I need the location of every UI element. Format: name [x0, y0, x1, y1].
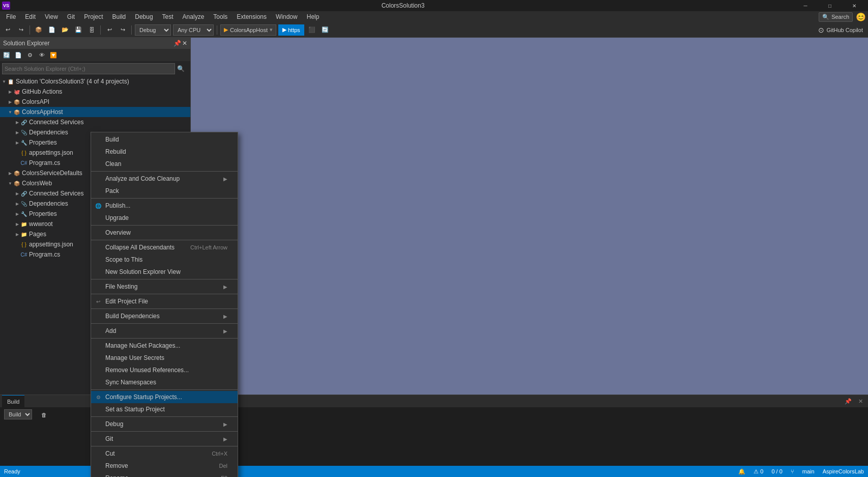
menu-window[interactable]: Window [272, 12, 302, 21]
ctx-new-se-view[interactable]: New Solution Explorer View [91, 266, 238, 278]
ctx-rename[interactable]: Rename F2 [91, 472, 238, 477]
new-file-button[interactable]: 📄 [46, 24, 57, 36]
redo-button[interactable]: ↪ [117, 24, 128, 36]
se-filter-button[interactable]: 🔽 [48, 49, 59, 61]
se-pin-icon[interactable]: 📌 [173, 40, 181, 47]
ctx-build-deps[interactable]: Build Dependencies ▶ [91, 310, 238, 322]
debug-config-dropdown[interactable]: Debug Release [135, 24, 171, 36]
props-icon: 🔧 [20, 139, 27, 146]
se-search-row: 🔍 [0, 61, 190, 76]
menu-build[interactable]: Build [108, 12, 130, 21]
menu-extensions[interactable]: Extensions [233, 12, 271, 21]
ctx-analyze[interactable]: Analyze and Code Cleanup ▶ [91, 173, 238, 185]
tree-item-solution[interactable]: ▼ 📋 Solution 'ColorsSolution3' (4 of 4 p… [0, 76, 190, 87]
se-sync-button[interactable]: 🔄 [1, 49, 12, 61]
ctx-remove-unused-refs[interactable]: Remove Unused References... [91, 364, 238, 376]
maximize-button[interactable]: □ [818, 0, 842, 11]
ctx-collapse-all[interactable]: Collapse All Descendants Ctrl+Left Arrow [91, 241, 238, 254]
ctx-label: Debug [105, 420, 123, 428]
menu-analyze[interactable]: Analyze [179, 12, 209, 21]
ctx-separator [91, 416, 238, 417]
tree-item-colors-api[interactable]: ▶ 📦 ColorsAPI [0, 97, 190, 107]
menu-help[interactable]: Help [303, 12, 324, 21]
ctx-label: New Solution Explorer View [105, 268, 181, 275]
se-close-icon[interactable]: ✕ [182, 40, 187, 47]
tree-label-colors-api: ColorsAPI [22, 98, 49, 105]
ctx-separator [91, 198, 238, 199]
bottom-panel-close-icon[interactable]: ✕ [855, 396, 866, 407]
forward-button[interactable]: ↪ [15, 24, 26, 36]
ctx-sync-namespaces[interactable]: Sync Namespaces [91, 376, 238, 388]
save-all-button[interactable]: 🗄 [86, 24, 97, 36]
ctx-separator [91, 171, 238, 172]
ctx-scope[interactable]: Scope to This [91, 254, 238, 266]
tree-item-colors-apphost[interactable]: ▼ 📦 ColorsAppHost [0, 107, 190, 117]
ctx-clean[interactable]: Clean [91, 158, 238, 170]
menu-project[interactable]: Project [80, 12, 107, 21]
ctx-pack[interactable]: Pack [91, 185, 238, 197]
ctx-separator [91, 446, 238, 446]
ctx-debug[interactable]: Debug ▶ [91, 418, 238, 430]
ctx-label: Set as Startup Project [105, 406, 165, 413]
open-file-button[interactable]: 📂 [60, 24, 71, 36]
ctx-label: Overview [105, 229, 131, 236]
deps-icon: 📎 [20, 129, 27, 136]
ctx-file-nesting[interactable]: File Nesting ▶ [91, 280, 238, 293]
solution-explorer-search[interactable] [2, 63, 175, 74]
undo-button[interactable]: ↩ [104, 24, 115, 36]
ctx-upgrade[interactable]: Upgrade [91, 212, 238, 224]
menu-tools[interactable]: Tools [209, 12, 232, 21]
se-new-button[interactable]: 📄 [13, 49, 24, 61]
bottom-panel-pin-icon[interactable]: 📌 [843, 396, 854, 407]
status-ready: Ready [4, 468, 20, 474]
se-properties-button[interactable]: ⚙ [24, 49, 36, 61]
app-host-dropdown[interactable]: ▶ ColorsAppHost ▾ [220, 24, 276, 36]
save-button[interactable]: 💾 [73, 24, 84, 36]
menu-view[interactable]: View [41, 12, 62, 21]
vs-logo-icon: VS [2, 2, 10, 10]
ctx-add[interactable]: Add ▶ [91, 325, 238, 337]
solution-configs-button[interactable]: 📦 [33, 24, 44, 36]
clear-output-icon[interactable]: 🗑 [38, 409, 49, 420]
github-copilot-button[interactable]: ⊙ GitHub Copilot [815, 25, 866, 35]
ctx-edit-project-file[interactable]: ↩ Edit Project File [91, 295, 238, 307]
stop-button[interactable]: ⬛ [306, 24, 317, 36]
ctx-git[interactable]: Git ▶ [91, 433, 238, 445]
copilot-icon: ⊙ [818, 26, 824, 34]
se-preview-button[interactable]: 👁 [36, 49, 47, 61]
tree-item-github-actions[interactable]: ▶ 🐙 GitHub Actions [0, 87, 190, 97]
tree-item-connected-services-1[interactable]: ▶ 🔗 Connected Services [0, 117, 190, 127]
ctx-set-startup[interactable]: Set as Startup Project [91, 403, 238, 415]
menu-test[interactable]: Test [158, 12, 178, 21]
ctx-rebuild[interactable]: Rebuild [91, 146, 238, 158]
search-button[interactable]: 🔍 Search [819, 12, 853, 22]
ctx-manage-user-secrets[interactable]: Manage User Secrets [91, 352, 238, 364]
platform-dropdown[interactable]: Any CPU [173, 24, 214, 36]
tree-label-connected-services-2: Connected Services [29, 190, 83, 197]
close-button[interactable]: ✕ [843, 0, 866, 11]
ctx-overview[interactable]: Overview [91, 227, 238, 239]
menu-file[interactable]: File [2, 12, 20, 21]
ctx-label: Cut [105, 450, 115, 457]
ctx-manage-nuget[interactable]: Manage NuGet Packages... [91, 340, 238, 352]
back-button[interactable]: ↩ [2, 24, 13, 36]
minimize-button[interactable]: ─ [794, 0, 817, 11]
menu-edit[interactable]: Edit [21, 12, 40, 21]
ctx-cut[interactable]: Cut Ctrl+X [91, 447, 238, 460]
menu-git[interactable]: Git [63, 12, 79, 21]
menu-debug[interactable]: Debug [131, 12, 157, 21]
tab-build[interactable]: Build [2, 395, 24, 407]
status-repo: AspireColorsLab [823, 468, 864, 474]
ctx-remove[interactable]: Remove Del [91, 460, 238, 472]
ctx-label: Configure Startup Projects... [105, 394, 182, 401]
run-button[interactable]: ▶ https [278, 24, 304, 36]
ctx-configure-startup[interactable]: ⚙ Configure Startup Projects... [91, 391, 238, 403]
tree-label-dependencies-2: Dependencies [29, 200, 68, 207]
status-branch-icon: ⑂ [791, 468, 794, 474]
se-search-icon[interactable]: 🔍 [177, 65, 185, 72]
build-output-selector[interactable]: Build [4, 409, 32, 419]
ctx-label: Remove Unused References... [105, 367, 189, 374]
restart-button[interactable]: 🔄 [320, 24, 331, 36]
ctx-build[interactable]: Build [91, 133, 238, 146]
ctx-publish[interactable]: 🌐 Publish... [91, 200, 238, 212]
